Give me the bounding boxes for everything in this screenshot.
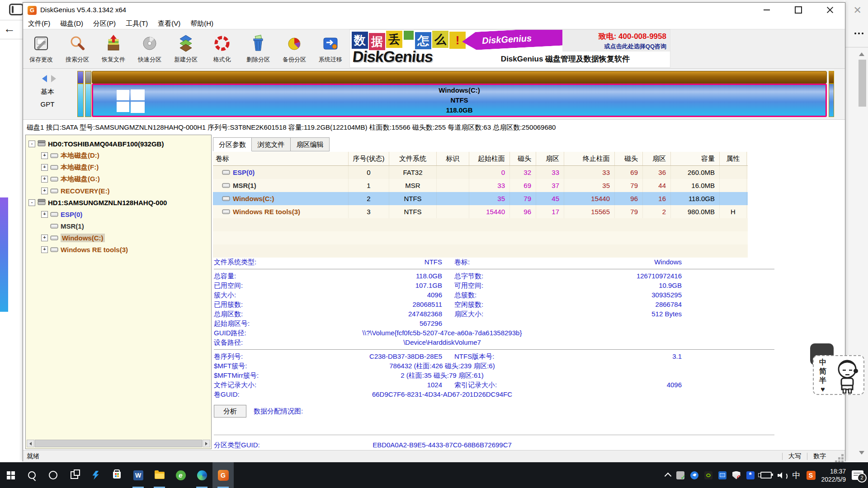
expand-icon[interactable]: + <box>41 246 48 253</box>
menu-view[interactable]: 查看(V) <box>153 19 185 28</box>
menu-help[interactable]: 帮助(H) <box>185 19 218 28</box>
tree-item-local-g[interactable]: + 本地磁盘(G:) <box>26 173 211 185</box>
msr-partition-header[interactable] <box>85 71 91 84</box>
table-row-windows-selected[interactable]: Windows(C:) 2NTFS 35 7945 1544096 16118.… <box>213 192 748 205</box>
expand-icon[interactable]: + <box>41 176 48 183</box>
esp-partition-header[interactable] <box>77 71 84 84</box>
file-explorer-button[interactable] <box>149 462 170 488</box>
table-header[interactable]: 卷标序号(状态) 文件系统标识 起始柱面磁头 扇区终止柱面 磁头扇区 容量属性 <box>213 152 748 166</box>
search-partition-button[interactable]: 搜索分区 <box>59 29 95 68</box>
search-icon <box>68 34 86 54</box>
tab-partition-params[interactable]: 分区参数 <box>213 137 252 151</box>
scroll-right-icon[interactable] <box>203 440 210 447</box>
tray-expand-icon[interactable] <box>664 473 671 480</box>
battery-icon[interactable] <box>760 472 772 479</box>
quick-launch-button[interactable] <box>85 462 106 488</box>
security-shield-icon[interactable] <box>732 471 741 479</box>
re-partition-block[interactable] <box>829 84 834 117</box>
background-menu-icon[interactable] <box>854 33 856 34</box>
tree-item-hd0[interactable]: - HD0:TOSHIBAMQ04ABF100(932GB) <box>26 138 211 150</box>
scroll-up-icon[interactable] <box>859 52 864 56</box>
quick-partition-button[interactable]: 快速分区 <box>132 29 168 68</box>
maximize-button[interactable] <box>788 3 809 17</box>
backup-partition-button[interactable]: 备份分区 <box>276 29 312 68</box>
prev-disk-icon[interactable] <box>42 75 47 82</box>
banner-contact[interactable]: 致电: 400-008-9958 或点击此处选择QQ咨询 <box>562 30 670 52</box>
scroll-down-icon[interactable] <box>859 451 864 455</box>
expand-icon[interactable]: + <box>41 164 48 171</box>
tree-item-recovery-e[interactable]: + RECOVERY(E:) <box>26 185 211 197</box>
table-row-windows-re[interactable]: Windows RE tools(3) 3NTFS 15440 9617 155… <box>213 205 748 218</box>
volume-icon[interactable] <box>778 472 787 479</box>
scrollbar-thumb[interactable] <box>35 440 202 447</box>
menu-file[interactable]: 文件(F) <box>23 19 55 28</box>
back-arrow-icon[interactable]: ← <box>4 22 15 36</box>
ie-browser-button[interactable]: e <box>170 462 191 488</box>
menu-tools[interactable]: 工具(T) <box>121 19 153 28</box>
banner-qq[interactable]: 或点击此处选择QQ咨询 <box>562 42 666 51</box>
task-view-button[interactable] <box>64 462 85 488</box>
windows-c-partition-block[interactable]: Windows(C:) NTFS 118.0GB <box>92 84 827 117</box>
word-button[interactable]: W <box>127 462 149 488</box>
folder-icon <box>155 472 165 479</box>
scroll-left-icon[interactable] <box>27 440 34 447</box>
close-button[interactable] <box>820 3 840 17</box>
store-button[interactable] <box>106 462 127 488</box>
taskbar-clock[interactable]: 18:37 2022/5/9 <box>821 467 846 483</box>
cortana-button[interactable] <box>42 462 64 488</box>
msr-partition-block[interactable] <box>85 84 91 117</box>
recover-files-button[interactable]: 恢复文件 <box>95 29 132 68</box>
table-row-msr[interactable]: MSR(1) 1MSR 33 6937 3579 4416.0MB <box>213 179 748 192</box>
start-button[interactable] <box>0 462 21 488</box>
collapse-icon[interactable]: - <box>28 141 35 147</box>
tree-item-esp[interactable]: + ESP(0) <box>26 208 211 220</box>
expand-icon[interactable]: + <box>41 235 48 241</box>
background-close-icon[interactable]: ✕ <box>854 5 862 16</box>
esp-partition-block[interactable] <box>77 84 84 117</box>
expand-icon[interactable]: + <box>41 188 48 194</box>
tree-horizontal-scrollbar[interactable] <box>27 440 210 447</box>
format-button[interactable]: 格式化 <box>204 29 240 68</box>
expand-icon[interactable]: + <box>41 152 48 159</box>
search-button[interactable] <box>21 462 42 488</box>
next-disk-icon[interactable] <box>51 75 56 82</box>
tree-item-windows-re[interactable]: + Windows RE tools(3) <box>26 244 211 255</box>
migrate-icon <box>321 34 340 54</box>
background-tab-icon[interactable] <box>9 4 24 15</box>
notification-button[interactable]: 2 <box>852 470 863 480</box>
tray-app-icon[interactable] <box>690 471 698 479</box>
sogou-input-icon[interactable]: S <box>807 471 816 480</box>
collapse-icon[interactable]: - <box>28 199 35 206</box>
snowflake-tool-icon[interactable]: * <box>746 471 755 479</box>
tree-item-hd1[interactable]: - HD1:SAMSUNGMZNLN128HAHQ-000 <box>26 197 211 208</box>
tab-browse-files[interactable]: 浏览文件 <box>252 137 291 151</box>
minimize-button[interactable] <box>756 3 777 17</box>
titlebar[interactable]: G DiskGenius V5.4.3.1342 x64 <box>23 3 845 18</box>
re-partition-header[interactable] <box>829 71 834 84</box>
delete-partition-button[interactable]: 删除分区 <box>240 29 276 68</box>
nvidia-icon[interactable] <box>704 471 712 479</box>
scrollbar-thumb[interactable] <box>859 60 866 107</box>
intel-graphics-icon[interactable] <box>718 471 726 479</box>
tab-sector-edit[interactable]: 扇区编辑 <box>291 137 330 151</box>
edge-button[interactable] <box>191 462 212 488</box>
ime-indicator[interactable]: 中 <box>793 470 801 481</box>
table-row-esp[interactable]: ESP(0) 0FAT32 0 3233 3369 36260.0MB <box>213 166 748 179</box>
tray-update-icon[interactable]: ✓ <box>676 471 684 479</box>
resize-grip[interactable] <box>838 457 840 460</box>
new-partition-button[interactable]: 新建分区 <box>168 29 204 68</box>
diskgenius-taskbar-button[interactable]: G <box>212 462 234 488</box>
ime-floating-panel[interactable]: 中 简 半 ♥ <box>813 355 864 395</box>
analyze-button[interactable]: 分析 <box>214 405 246 418</box>
save-changes-button[interactable]: 保存更改 <box>23 29 59 68</box>
expand-icon[interactable]: + <box>41 211 48 218</box>
tree-item-local-d[interactable]: + 本地磁盘(D:) <box>26 150 211 161</box>
tree-item-local-f[interactable]: + 本地磁盘(F:) <box>26 161 211 173</box>
banner-ad[interactable]: 数 据 丢 怎 么 ! DiskGenius 致电: 400-008-9958 … <box>349 29 670 68</box>
menu-disk[interactable]: 磁盘(D) <box>55 19 88 28</box>
tree-item-windows-c[interactable]: + Windows(C:) <box>26 232 211 244</box>
diskgenius-window: G DiskGenius V5.4.3.1342 x64 文件(F) 磁盘(D)… <box>23 2 845 461</box>
tree-item-msr[interactable]: MSR(1) <box>26 220 211 232</box>
system-migration-button[interactable]: 系统迁移 <box>312 29 349 68</box>
menu-partition[interactable]: 分区(P) <box>88 19 121 28</box>
